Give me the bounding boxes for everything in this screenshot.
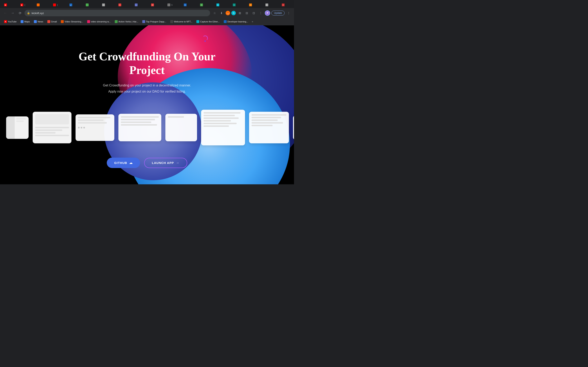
extension-icon-3[interactable]: ⊞ xyxy=(237,10,243,16)
bookmark-nft-label: Welcome to NFT... xyxy=(174,20,192,23)
github-label: GITHUB xyxy=(114,161,127,165)
chrome-menu-button[interactable]: ⋮ xyxy=(286,10,292,16)
bookmark-capture[interactable]: Capture the Ether... xyxy=(195,19,221,24)
tab-favicon: C xyxy=(233,3,236,6)
bookmark-nft-icon xyxy=(170,20,173,23)
bookmark-action-verbs-icon xyxy=(115,20,118,23)
extension-icon-2[interactable]: N xyxy=(231,11,236,15)
tab-item[interactable] xyxy=(83,2,100,8)
tab-favicon: H xyxy=(249,3,252,6)
tab-favicon: E xyxy=(184,3,187,6)
project-card-1[interactable] xyxy=(6,117,29,139)
tab-favicon: M xyxy=(151,3,154,6)
back-button[interactable]: ← xyxy=(2,10,8,16)
extension-icon-1[interactable]: 🦊 xyxy=(226,11,230,15)
profile-button[interactable]: P xyxy=(265,10,270,16)
bookmark-video2-label: video streaming w... xyxy=(91,20,111,23)
address-bar[interactable]: 🔒 kicknft.xyz xyxy=(25,10,210,16)
tab-item[interactable]: M xyxy=(149,2,165,8)
tab-title: li xyxy=(172,4,179,6)
project-card-6[interactable] xyxy=(201,110,245,145)
launch-app-button[interactable]: LAUNCH APP → xyxy=(144,158,187,168)
project-card-3[interactable] xyxy=(76,114,114,141)
hero-subtitle-2: Apply now your project on our DAO for ve… xyxy=(108,90,186,93)
bookmark-maps-icon xyxy=(21,20,24,23)
tab-item[interactable]: li xyxy=(165,2,181,8)
tab-item[interactable] xyxy=(34,2,51,8)
bookmark-developer-icon xyxy=(224,20,227,23)
tab-item[interactable]: ▶ xyxy=(2,2,18,8)
tab-item[interactable]: C xyxy=(116,2,132,8)
launch-arrow-icon: → xyxy=(176,161,180,165)
bookmark-video1-label: Video Streaming... xyxy=(65,20,83,23)
bookmark-gmail-label: Gmail xyxy=(51,20,57,23)
hero-subtitle-1: Get Crowdfunding on your project in a de… xyxy=(103,83,191,87)
tab-item[interactable]: ▶ ( xyxy=(18,2,34,8)
extension-icon-4[interactable]: ⊟ xyxy=(244,10,250,16)
tab-favicon: C xyxy=(102,3,105,6)
project-card-8[interactable] xyxy=(293,116,294,140)
tab-favicon: ▶ xyxy=(4,3,7,6)
bookmark-news-icon xyxy=(34,20,37,23)
bookmark-polygon-label: Top Polygon Dapp... xyxy=(146,20,166,23)
bookmark-star-button[interactable]: ☆ xyxy=(212,10,217,16)
bookmarks-more-button[interactable]: » xyxy=(251,19,254,24)
page-main-content: Get Crowdfunding On Your Project Get Cro… xyxy=(0,25,294,168)
bookmark-developer-label: Developer learning... xyxy=(227,20,248,23)
bookmark-news-label: News xyxy=(38,20,43,23)
bookmark-gmail[interactable]: Gmail xyxy=(46,19,59,24)
tab-item[interactable]: H xyxy=(198,2,214,8)
bookmark-developer[interactable]: Developer learning... xyxy=(222,19,250,24)
bookmark-video2[interactable]: video streaming w... xyxy=(86,19,112,24)
bookmark-polygon[interactable]: Top Polygon Dapp... xyxy=(141,19,168,24)
tab-item[interactable]: L xyxy=(132,2,149,8)
forward-button[interactable]: → xyxy=(10,10,16,16)
tab-item[interactable]: E xyxy=(181,2,198,8)
tab-item[interactable]: H xyxy=(247,2,263,8)
download-button[interactable]: ⬇ xyxy=(219,10,224,16)
tab-favicon: A xyxy=(216,3,219,6)
bookmark-action-verbs-label: Action Verbs | Har... xyxy=(118,20,138,23)
tab-item[interactable]: C xyxy=(230,2,247,8)
tab-item[interactable]: A xyxy=(214,2,230,8)
project-card-2[interactable] xyxy=(33,112,71,143)
address-text: kicknft.xyz xyxy=(32,12,208,15)
tab-favicon: E xyxy=(282,3,285,6)
bookmark-news[interactable]: News xyxy=(32,19,45,24)
bookmark-youtube-label: YouTube xyxy=(8,20,17,23)
project-card-5[interactable] xyxy=(165,114,197,141)
bookmark-gmail-icon xyxy=(47,20,50,23)
bookmark-video1[interactable]: Video Streaming... xyxy=(59,19,85,24)
github-button[interactable]: GITHUB ☁ xyxy=(107,158,140,168)
tab-item[interactable]: p xyxy=(67,2,83,8)
card-carousel xyxy=(0,106,294,154)
launch-label: LAUNCH APP xyxy=(152,161,174,165)
bookmark-action-verbs[interactable]: Action Verbs | Har... xyxy=(113,19,140,24)
tab-item[interactable]: E xyxy=(279,2,294,8)
tab-item[interactable]: C xyxy=(100,2,116,8)
update-button[interactable]: Update xyxy=(271,11,285,16)
bookmark-youtube[interactable]: ▶ YouTube xyxy=(2,19,18,24)
extensions-button[interactable]: ⋮ xyxy=(258,10,264,16)
bookmark-nft[interactable]: Welcome to NFT... xyxy=(169,19,194,24)
tab-favicon xyxy=(37,3,40,6)
bookmark-capture-icon xyxy=(196,20,199,23)
project-card-7[interactable] xyxy=(249,112,289,143)
tab-item[interactable]: ( xyxy=(51,2,67,8)
tab-favicon xyxy=(167,3,170,6)
browser-frame: ▶ ▶ ( ( p C C L M xyxy=(0,0,294,25)
github-cloud-icon: ☁ xyxy=(129,161,133,165)
bookmark-maps-label: Maps xyxy=(24,20,30,23)
tab-item[interactable]: E xyxy=(263,2,279,8)
bookmark-maps[interactable]: Maps xyxy=(19,19,31,24)
browser-toolbar: ← → ⟳ 🔒 kicknft.xyz ☆ ⬇ 🦊 N ⊞ ⊟ ⊡ ⋮ P Up… xyxy=(0,8,294,18)
tab-favicon: H xyxy=(200,3,203,6)
project-card-4[interactable] xyxy=(118,114,161,141)
page-content: Get Crowdfunding On Your Project Get Cro… xyxy=(0,25,294,184)
tab-favicon: p xyxy=(69,3,72,6)
reload-button[interactable]: ⟳ xyxy=(17,10,23,16)
tab-title: ( xyxy=(25,4,32,6)
bookmark-youtube-icon: ▶ xyxy=(4,20,7,23)
tab-favicon: ▶ xyxy=(20,3,23,6)
extension-icon-5[interactable]: ⊡ xyxy=(251,10,257,16)
